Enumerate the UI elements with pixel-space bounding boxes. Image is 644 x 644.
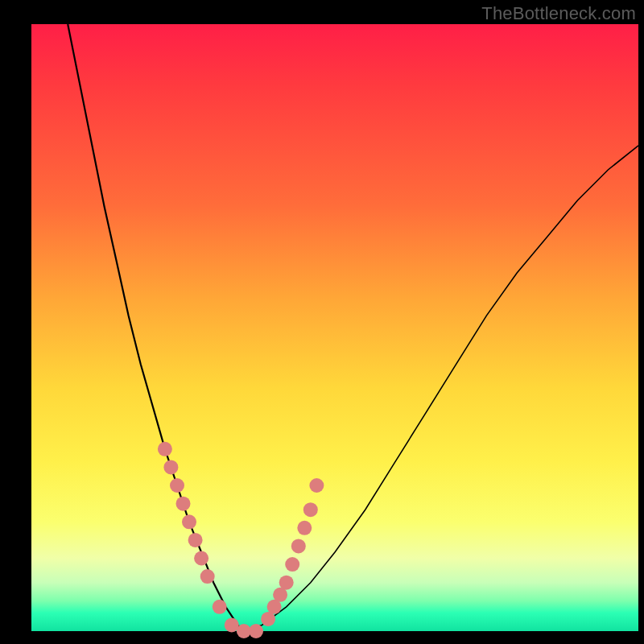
highlight-dot [158,442,172,456]
curve-right-branch [244,146,638,631]
chart-frame: TheBottleneck.com [0,0,644,644]
watermark-text: TheBottleneck.com [481,3,636,24]
curve-left-branch [68,24,244,631]
highlight-dot [303,502,318,517]
highlight-dot [170,478,184,493]
highlight-dot [213,600,227,614]
highlight-dot [279,576,294,590]
curve-layer [31,24,638,631]
bottleneck-curve [68,24,638,631]
highlight-dot [285,557,299,572]
highlight-dot [176,497,191,511]
highlight-dot [163,460,178,474]
highlight-dot [188,533,203,547]
highlight-dot [194,551,208,566]
highlight-dot [297,521,312,535]
highlight-dots [158,442,324,638]
highlight-dot [309,478,324,493]
highlight-dot [200,569,215,584]
highlight-dot [291,539,306,553]
highlight-dot [249,624,263,638]
highlight-dot [182,514,196,529]
plot-area [31,24,638,631]
